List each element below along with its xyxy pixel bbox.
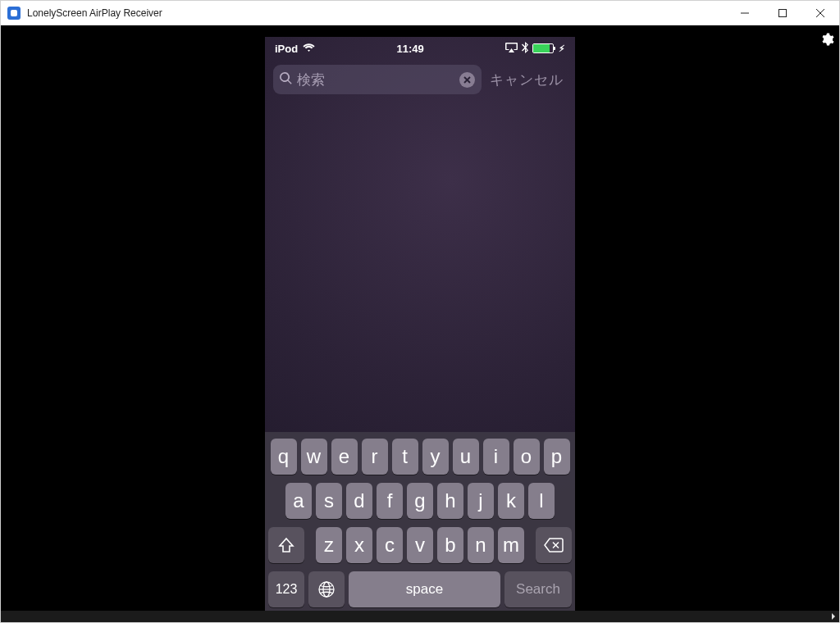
- device-name: iPod: [275, 43, 298, 55]
- key-w[interactable]: w: [301, 439, 327, 475]
- key-o[interactable]: o: [514, 439, 540, 475]
- battery-icon: [532, 43, 554, 53]
- backspace-key[interactable]: [536, 527, 572, 563]
- close-button[interactable]: [801, 1, 839, 25]
- charging-icon: ⚡︎: [559, 43, 565, 54]
- search-placeholder: 検索: [297, 70, 459, 89]
- keyboard-row-3: zxcvbnm: [267, 527, 573, 563]
- keyboard-row-1: qwertyuiop: [267, 439, 573, 475]
- empty-results-area: [265, 94, 575, 432]
- search-icon: [280, 72, 292, 88]
- bluetooth-icon: [522, 42, 528, 56]
- key-c[interactable]: c: [377, 527, 403, 563]
- airplay-icon: [505, 43, 518, 55]
- window-titlebar: LonelyScreen AirPlay Receiver: [1, 1, 839, 25]
- wifi-icon: [303, 43, 315, 55]
- search-row: 検索 キャンセル: [265, 57, 575, 94]
- key-h[interactable]: h: [437, 483, 463, 519]
- key-t[interactable]: t: [392, 439, 418, 475]
- clear-search-button[interactable]: [459, 72, 475, 88]
- key-u[interactable]: u: [453, 439, 479, 475]
- device-statusbar: iPod 11:49 ⚡︎: [265, 37, 575, 57]
- minimize-button[interactable]: [726, 1, 764, 25]
- key-j[interactable]: j: [468, 483, 494, 519]
- key-d[interactable]: d: [346, 483, 372, 519]
- key-b[interactable]: b: [437, 527, 463, 563]
- key-f[interactable]: f: [377, 483, 403, 519]
- key-v[interactable]: v: [407, 527, 433, 563]
- scroll-right-arrow-icon[interactable]: [828, 611, 839, 622]
- key-z[interactable]: z: [316, 527, 342, 563]
- maximize-button[interactable]: [764, 1, 801, 25]
- keyboard-row-4: 123 space Search: [267, 571, 573, 607]
- app-icon: [7, 7, 21, 20]
- window-controls: [726, 1, 839, 25]
- key-x[interactable]: x: [346, 527, 372, 563]
- key-e[interactable]: e: [331, 439, 358, 475]
- key-s[interactable]: s: [316, 483, 342, 519]
- key-r[interactable]: r: [362, 439, 388, 475]
- app-window: LonelyScreen AirPlay Receiver iPod: [0, 0, 840, 623]
- keyboard-row-2: asdfghjkl: [267, 483, 573, 519]
- key-a[interactable]: a: [285, 483, 312, 519]
- search-input[interactable]: 検索: [273, 65, 482, 94]
- key-m[interactable]: m: [498, 527, 524, 563]
- key-g[interactable]: g: [407, 483, 433, 519]
- device-time: 11:49: [396, 43, 423, 55]
- window-title: LonelyScreen AirPlay Receiver: [27, 7, 726, 19]
- key-i[interactable]: i: [483, 439, 509, 475]
- cancel-button[interactable]: キャンセル: [490, 70, 564, 89]
- svg-rect-1: [779, 9, 787, 16]
- globe-key[interactable]: [308, 571, 345, 607]
- key-q[interactable]: q: [271, 439, 297, 475]
- key-l[interactable]: l: [528, 483, 555, 519]
- key-k[interactable]: k: [498, 483, 524, 519]
- shift-key[interactable]: [268, 527, 304, 563]
- space-key[interactable]: space: [349, 571, 500, 607]
- search-key[interactable]: Search: [504, 571, 572, 607]
- mirrored-device-screen: iPod 11:49 ⚡︎: [265, 37, 575, 611]
- settings-gear-icon[interactable]: [819, 32, 834, 50]
- key-p[interactable]: p: [544, 439, 570, 475]
- horizontal-scrollbar[interactable]: [1, 611, 839, 622]
- key-y[interactable]: y: [422, 439, 449, 475]
- key-n[interactable]: n: [468, 527, 494, 563]
- numeric-key[interactable]: 123: [268, 571, 304, 607]
- content-area: iPod 11:49 ⚡︎: [1, 25, 839, 622]
- onscreen-keyboard: qwertyuiop asdfghjkl zxcvbnm 123: [265, 432, 575, 611]
